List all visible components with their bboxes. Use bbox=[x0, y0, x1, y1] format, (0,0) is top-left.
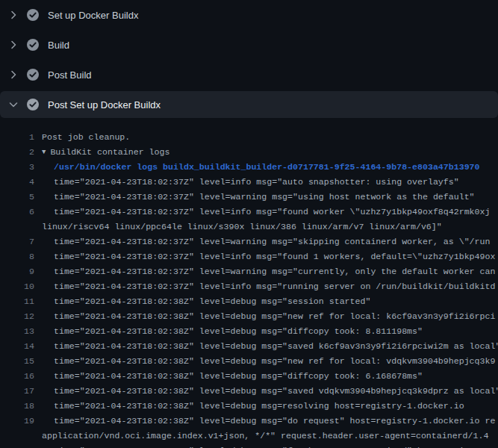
log-line: 19 time="2021-04-23T18:02:38Z" level=deb… bbox=[0, 414, 498, 429]
log-line: 17 time="2021-04-23T18:02:38Z" level=deb… bbox=[0, 384, 498, 399]
log-line: 2 ▼BuildKit container logs bbox=[0, 145, 498, 160]
chevron-right-icon[interactable] bbox=[7, 9, 19, 21]
log-line: 9 time="2021-04-23T18:02:37Z" level=warn… bbox=[0, 264, 498, 279]
log-line-number[interactable]: 18 bbox=[0, 399, 34, 414]
log-text: time="2021-04-23T18:02:38Z" level=debug … bbox=[54, 296, 370, 306]
log-line: 20 time="2021-04-23T18:02:38Z" level=deb… bbox=[0, 444, 498, 448]
step-label: Build bbox=[48, 40, 69, 51]
log-text: time="2021-04-23T18:02:38Z" level=debug … bbox=[54, 386, 498, 396]
log-text: application/vnd.oci.image.index.v1+json,… bbox=[42, 431, 488, 441]
log-line: 11 time="2021-04-23T18:02:38Z" level=deb… bbox=[0, 294, 498, 309]
log-line-text: time="2021-04-23T18:02:37Z" level=info m… bbox=[34, 175, 459, 190]
log-line: 18 time="2021-04-23T18:02:38Z" level=deb… bbox=[0, 399, 498, 414]
step-row-post-set-up-docker-buildx[interactable]: Post Set up Docker Buildx bbox=[0, 91, 498, 118]
log-line-text: time="2021-04-23T18:02:37Z" level=warnin… bbox=[34, 190, 475, 205]
log-line: linux/riscv64 linux/ppc64le linux/s390x … bbox=[0, 220, 498, 234]
log-line-text: time="2021-04-23T18:02:38Z" level=debug … bbox=[34, 414, 495, 429]
log-line-text: time="2021-04-23T18:02:38Z" level=debug … bbox=[34, 399, 464, 414]
log-line-text: time="2021-04-23T18:02:37Z" level=info m… bbox=[34, 279, 495, 294]
log-line: 1 Post job cleanup. bbox=[0, 130, 498, 145]
log-line-text: time="2021-04-23T18:02:37Z" level=warnin… bbox=[34, 264, 495, 279]
log-line-number[interactable]: 12 bbox=[0, 309, 34, 324]
log-area: 1 Post job cleanup. 2 ▼BuildKit containe… bbox=[0, 119, 498, 448]
log-line-number[interactable]: 2 bbox=[0, 145, 34, 160]
log-line-number bbox=[0, 429, 34, 444]
log-line: 15 time="2021-04-23T18:02:38Z" level=deb… bbox=[0, 354, 498, 369]
log-line-text: time="2021-04-23T18:02:38Z" level=debug … bbox=[34, 309, 495, 324]
log-line-number[interactable]: 7 bbox=[0, 234, 34, 249]
log-line-number[interactable]: 15 bbox=[0, 354, 34, 369]
log-line-number[interactable]: 16 bbox=[0, 369, 34, 384]
log-line-text: time="2021-04-23T18:02:38Z" level=debug … bbox=[34, 354, 495, 369]
step-list: Set up Docker Buildx Build Post Build Po… bbox=[0, 0, 498, 118]
log-line: 14 time="2021-04-23T18:02:38Z" level=deb… bbox=[0, 339, 498, 354]
check-circle-icon bbox=[27, 9, 39, 21]
chevron-right-icon[interactable] bbox=[7, 39, 19, 51]
log-text: time="2021-04-23T18:02:38Z" level=debug … bbox=[54, 311, 495, 321]
log-line-number[interactable]: 11 bbox=[0, 294, 34, 309]
log-text: time="2021-04-23T18:02:37Z" level=warnin… bbox=[54, 192, 475, 202]
log-line-text: application/vnd.oci.image.index.v1+json,… bbox=[34, 429, 488, 444]
log-text: time="2021-04-23T18:02:37Z" level=info m… bbox=[54, 207, 490, 217]
log-line-text: time="2021-04-23T18:02:38Z" level=debug … bbox=[34, 384, 498, 399]
step-row-set-up-docker-buildx[interactable]: Set up Docker Buildx bbox=[0, 0, 498, 30]
log-text: time="2021-04-23T18:02:38Z" level=debug … bbox=[54, 356, 495, 366]
log-text: Post job cleanup. bbox=[42, 132, 130, 142]
log-line-text: time="2021-04-23T18:02:37Z" level=warnin… bbox=[34, 234, 490, 249]
log-line-text: time="2021-04-23T18:02:38Z" level=debug … bbox=[34, 444, 495, 448]
chevron-right-icon[interactable] bbox=[7, 69, 19, 81]
log-text: time="2021-04-23T18:02:37Z" level=warnin… bbox=[54, 237, 490, 246]
log-line-number[interactable]: 5 bbox=[0, 190, 34, 205]
log-text: time="2021-04-23T18:02:37Z" level=info m… bbox=[54, 281, 495, 291]
step-label: Post Build bbox=[48, 69, 92, 81]
log-line-number bbox=[0, 220, 34, 234]
log-line: 7 time="2021-04-23T18:02:37Z" level=warn… bbox=[0, 234, 498, 249]
log-line: 12 time="2021-04-23T18:02:38Z" level=deb… bbox=[0, 309, 498, 324]
chevron-down-icon[interactable] bbox=[7, 99, 19, 111]
log-line-number[interactable]: 3 bbox=[0, 160, 34, 175]
log-text: time="2021-04-23T18:02:38Z" level=debug … bbox=[54, 401, 464, 411]
log-line-text: Post job cleanup. bbox=[34, 130, 130, 145]
log-line-text: time="2021-04-23T18:02:38Z" level=debug … bbox=[34, 324, 423, 339]
log-line-number[interactable]: 19 bbox=[0, 414, 34, 429]
log-line-number[interactable]: 20 bbox=[0, 444, 34, 448]
step-label: Post Set up Docker Buildx bbox=[48, 99, 161, 111]
log-text: time="2021-04-23T18:02:37Z" level=info m… bbox=[54, 252, 495, 261]
log-line: 8 time="2021-04-23T18:02:37Z" level=info… bbox=[0, 249, 498, 264]
log-text: time="2021-04-23T18:02:38Z" level=debug … bbox=[54, 371, 423, 381]
check-circle-icon bbox=[27, 69, 39, 81]
log-line: 16 time="2021-04-23T18:02:38Z" level=deb… bbox=[0, 369, 498, 384]
log-line: 6 time="2021-04-23T18:02:37Z" level=info… bbox=[0, 205, 498, 220]
log-line-number[interactable]: 6 bbox=[0, 205, 34, 220]
log-line-number[interactable]: 13 bbox=[0, 324, 34, 339]
log-line-text: time="2021-04-23T18:02:38Z" level=debug … bbox=[34, 294, 370, 309]
log-text: BuildKit container logs bbox=[50, 147, 169, 157]
log-line-number[interactable]: 4 bbox=[0, 175, 34, 190]
log-text: /usr/bin/docker logs buildx_buildkit_bui… bbox=[54, 162, 480, 172]
check-circle-icon bbox=[27, 39, 39, 51]
log-text: time="2021-04-23T18:02:38Z" level=debug … bbox=[54, 416, 495, 426]
log-line: application/vnd.oci.image.index.v1+json,… bbox=[0, 429, 498, 444]
log-line: 10 time="2021-04-23T18:02:37Z" level=inf… bbox=[0, 279, 498, 294]
log-line-number[interactable]: 17 bbox=[0, 384, 34, 399]
log-line: 4 time="2021-04-23T18:02:37Z" level=info… bbox=[0, 175, 498, 190]
log-line-text: time="2021-04-23T18:02:38Z" level=debug … bbox=[34, 339, 498, 354]
log-line-number[interactable]: 14 bbox=[0, 339, 34, 354]
step-label: Set up Docker Buildx bbox=[48, 10, 138, 21]
log-line-number[interactable]: 10 bbox=[0, 279, 34, 294]
step-row-build[interactable]: Build bbox=[0, 30, 498, 60]
log-text: time="2021-04-23T18:02:38Z" level=debug … bbox=[54, 326, 423, 336]
log-group-toggle[interactable]: ▼BuildKit container logs bbox=[34, 145, 169, 160]
log-line-number[interactable]: 8 bbox=[0, 249, 34, 264]
group-disclosure-triangle-icon[interactable]: ▼ bbox=[42, 145, 46, 160]
log-line-text: time="2021-04-23T18:02:37Z" level=info m… bbox=[34, 249, 495, 264]
step-row-post-build[interactable]: Post Build bbox=[0, 60, 498, 90]
log-line-text: /usr/bin/docker logs buildx_buildkit_bui… bbox=[34, 160, 480, 175]
log-text: linux/riscv64 linux/ppc64le linux/s390x … bbox=[42, 222, 442, 231]
log-line: 5 time="2021-04-23T18:02:37Z" level=warn… bbox=[0, 190, 498, 205]
check-circle-icon bbox=[27, 99, 39, 111]
log-text: time="2021-04-23T18:02:37Z" level=info m… bbox=[54, 177, 459, 187]
log-line-number[interactable]: 1 bbox=[0, 130, 34, 145]
log-line: 13 time="2021-04-23T18:02:38Z" level=deb… bbox=[0, 324, 498, 339]
log-line-number[interactable]: 9 bbox=[0, 264, 34, 279]
